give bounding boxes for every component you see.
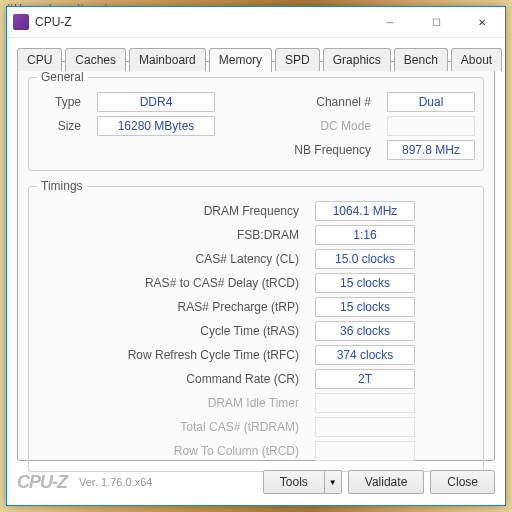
app-window: CPU-Z ─ ☐ ✕ CPUCachesMainboardMemorySPDG… bbox=[6, 6, 506, 506]
type-label: Type bbox=[37, 95, 89, 109]
size-label: Size bbox=[37, 119, 89, 133]
tools-button[interactable]: Tools bbox=[263, 470, 325, 494]
timing-value: 1:16 bbox=[315, 225, 415, 245]
timing-value bbox=[315, 393, 415, 413]
channel-label: Channel # bbox=[223, 95, 379, 109]
tab-mainboard[interactable]: Mainboard bbox=[129, 48, 206, 71]
tab-content-memory: General Type DDR4 Channel # Dual Size 16… bbox=[17, 61, 495, 461]
titlebar[interactable]: CPU-Z ─ ☐ ✕ bbox=[7, 7, 505, 38]
size-value: 16280 MBytes bbox=[97, 116, 215, 136]
general-legend: General bbox=[37, 70, 88, 84]
timing-value: 36 clocks bbox=[315, 321, 415, 341]
timing-value: 15.0 clocks bbox=[315, 249, 415, 269]
tab-cpu[interactable]: CPU bbox=[17, 48, 62, 71]
timings-group: Timings DRAM Frequency1064.1 MHzFSB:DRAM… bbox=[28, 179, 484, 472]
app-icon bbox=[13, 14, 29, 30]
timing-value bbox=[315, 441, 415, 461]
timing-value: 1064.1 MHz bbox=[315, 201, 415, 221]
timing-value: 374 clocks bbox=[315, 345, 415, 365]
nbfreq-label: NB Frequency bbox=[223, 143, 379, 157]
timing-label: Row Refresh Cycle Time (tRFC) bbox=[37, 348, 307, 362]
window-title: CPU-Z bbox=[35, 15, 367, 29]
tab-about[interactable]: About bbox=[451, 48, 502, 71]
tab-spd[interactable]: SPD bbox=[275, 48, 320, 71]
general-group: General Type DDR4 Channel # Dual Size 16… bbox=[28, 70, 484, 171]
dcmode-value bbox=[387, 116, 475, 136]
timing-label: RAS# Precharge (tRP) bbox=[37, 300, 307, 314]
timing-value: 15 clocks bbox=[315, 297, 415, 317]
close-button[interactable]: ✕ bbox=[459, 7, 505, 37]
close-app-button[interactable]: Close bbox=[430, 470, 495, 494]
timing-label: Cycle Time (tRAS) bbox=[37, 324, 307, 338]
footer: CPU-Z Ver. 1.76.0.x64 Tools ▼ Validate C… bbox=[17, 467, 495, 497]
version-text: Ver. 1.76.0.x64 bbox=[79, 476, 257, 488]
channel-value: Dual bbox=[387, 92, 475, 112]
validate-button[interactable]: Validate bbox=[348, 470, 424, 494]
type-value: DDR4 bbox=[97, 92, 215, 112]
tab-graphics[interactable]: Graphics bbox=[323, 48, 391, 71]
timing-label: CAS# Latency (CL) bbox=[37, 252, 307, 266]
timing-label: Total CAS# (tRDRAM) bbox=[37, 420, 307, 434]
timing-label: FSB:DRAM bbox=[37, 228, 307, 242]
maximize-button[interactable]: ☐ bbox=[413, 7, 459, 37]
timing-label: Command Rate (CR) bbox=[37, 372, 307, 386]
timing-value bbox=[315, 417, 415, 437]
tab-strip: CPUCachesMainboardMemorySPDGraphicsBench… bbox=[7, 38, 505, 71]
tab-bench[interactable]: Bench bbox=[394, 48, 448, 71]
timing-label: Row To Column (tRCD) bbox=[37, 444, 307, 458]
tab-caches[interactable]: Caches bbox=[65, 48, 126, 71]
timing-label: DRAM Idle Timer bbox=[37, 396, 307, 410]
timing-value: 2T bbox=[315, 369, 415, 389]
timings-legend: Timings bbox=[37, 179, 87, 193]
timing-label: DRAM Frequency bbox=[37, 204, 307, 218]
tab-memory[interactable]: Memory bbox=[209, 48, 272, 72]
tools-dropdown-icon[interactable]: ▼ bbox=[325, 470, 342, 494]
minimize-button[interactable]: ─ bbox=[367, 7, 413, 37]
brand-logo: CPU-Z bbox=[17, 472, 67, 493]
dcmode-label: DC Mode bbox=[223, 119, 379, 133]
timing-value: 15 clocks bbox=[315, 273, 415, 293]
nbfreq-value: 897.8 MHz bbox=[387, 140, 475, 160]
timing-label: RAS# to CAS# Delay (tRCD) bbox=[37, 276, 307, 290]
